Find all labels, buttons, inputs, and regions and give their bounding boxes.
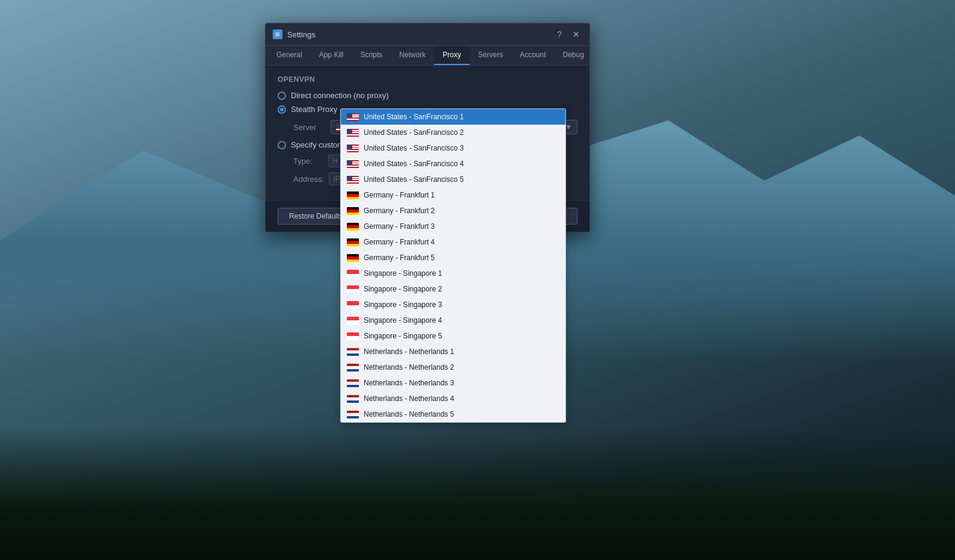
- stealth-proxy-radio[interactable]: [278, 105, 286, 114]
- dropdown-item-de4[interactable]: Germany - Frankfurt 4: [341, 234, 565, 250]
- stealth-proxy-label: Stealth Proxy: [291, 105, 337, 114]
- flag-nl2: [347, 364, 359, 372]
- flag-sg4: [347, 317, 359, 325]
- window-title: Settings: [287, 30, 316, 39]
- dropdown-label-sg2: Singapore - Singapore 2: [364, 285, 442, 293]
- flag-us3: [347, 145, 359, 152]
- dropdown-label-sg1: Singapore - Singapore 1: [364, 269, 442, 278]
- dropdown-label-nl5: Netherlands - Netherlands 5: [364, 410, 454, 418]
- flag-de3: [347, 223, 359, 231]
- tabs-bar: General App Kill Scripts Network Proxy S…: [266, 46, 589, 66]
- flag-us1: [347, 113, 359, 121]
- dropdown-label-de2: Germany - Frankfurt 2: [364, 207, 435, 215]
- close-button[interactable]: ✕: [570, 28, 582, 40]
- address-label: Address:: [293, 175, 324, 184]
- dropdown-label-sg4: Singapore - Singapore 4: [364, 316, 442, 325]
- dropdown-label-us5: United States - SanFrancisco 5: [364, 175, 464, 184]
- window-icon: ⊞: [273, 30, 282, 39]
- dropdown-item-nl2[interactable]: Netherlands - Netherlands 2: [341, 359, 565, 375]
- flag-sg2: [347, 285, 359, 293]
- flag-sg1: [347, 270, 359, 278]
- dropdown-item-us2[interactable]: United States - SanFrancisco 2: [341, 125, 565, 140]
- server-dropdown-list: United States - SanFrancisco 1 United St…: [340, 108, 566, 423]
- section-label: OpenVPN: [278, 75, 577, 84]
- dropdown-item-nl4[interactable]: Netherlands - Netherlands 4: [341, 391, 565, 406]
- dropdown-label-nl4: Netherlands - Netherlands 4: [364, 394, 454, 403]
- dropdown-item-sg4[interactable]: Singapore - Singapore 4: [341, 313, 565, 328]
- flag-sg5: [347, 332, 359, 340]
- dropdown-item-de5[interactable]: Germany - Frankfurt 5: [341, 250, 565, 266]
- title-bar: ⊞ Settings ? ✕: [266, 23, 589, 46]
- dropdown-item-de1[interactable]: Germany - Frankfurt 1: [341, 187, 565, 203]
- custom-proxy-radio[interactable]: [278, 141, 286, 149]
- flag-sg3: [347, 301, 359, 309]
- direct-connection-option[interactable]: Direct connection (no proxy): [278, 91, 577, 100]
- flag-nl4: [347, 395, 359, 403]
- tab-app-kill[interactable]: App Kill: [311, 46, 352, 65]
- flag-nl3: [347, 379, 359, 387]
- dropdown-label-de1: Germany - Frankfurt 1: [364, 191, 435, 199]
- dropdown-item-de2[interactable]: Germany - Frankfurt 2: [341, 203, 565, 219]
- dropdown-label-sg3: Singapore - Singapore 3: [364, 300, 442, 309]
- dropdown-item-nl3[interactable]: Netherlands - Netherlands 3: [341, 375, 565, 391]
- dropdown-label-us1: United States - SanFrancisco 1: [364, 113, 464, 121]
- dropdown-item-us1[interactable]: United States - SanFrancisco 1: [341, 109, 565, 125]
- flag-de5: [347, 254, 359, 262]
- direct-connection-radio[interactable]: [278, 92, 286, 100]
- dropdown-item-sg5[interactable]: Singapore - Singapore 5: [341, 328, 565, 344]
- dropdown-label-nl2: Netherlands - Netherlands 2: [364, 363, 454, 372]
- tab-debug[interactable]: Debug: [554, 46, 592, 65]
- trees-bg: [0, 428, 955, 560]
- dropdown-label-de3: Germany - Frankfurt 3: [364, 222, 435, 231]
- tab-servers[interactable]: Servers: [470, 46, 511, 65]
- dropdown-item-nl5[interactable]: Netherlands - Netherlands 5: [341, 406, 565, 422]
- dropdown-item-sg1[interactable]: Singapore - Singapore 1: [341, 266, 565, 281]
- dropdown-item-sg3[interactable]: Singapore - Singapore 3: [341, 297, 565, 313]
- tab-proxy[interactable]: Proxy: [434, 46, 470, 65]
- dropdown-item-nl1[interactable]: Netherlands - Netherlands 1: [341, 344, 565, 359]
- title-bar-left: ⊞ Settings: [273, 30, 316, 39]
- dropdown-label-nl1: Netherlands - Netherlands 1: [364, 347, 454, 356]
- flag-de1: [347, 191, 359, 199]
- type-label: Type:: [293, 157, 323, 166]
- flag-us5: [347, 176, 359, 184]
- help-button[interactable]: ?: [553, 28, 565, 40]
- direct-connection-label: Direct connection (no proxy): [291, 91, 389, 100]
- dropdown-label-sg5: Singapore - Singapore 5: [364, 332, 442, 340]
- dropdown-label-us3: United States - SanFrancisco 3: [364, 144, 464, 152]
- flag-us4: [347, 160, 359, 168]
- flag-de2: [347, 207, 359, 215]
- dropdown-label-de5: Germany - Frankfurt 5: [364, 254, 435, 262]
- dropdown-item-us3[interactable]: United States - SanFrancisco 3: [341, 140, 565, 156]
- title-controls: ? ✕: [553, 28, 582, 40]
- flag-us2: [347, 129, 359, 137]
- flag-de4: [347, 238, 359, 246]
- tab-general[interactable]: General: [268, 46, 311, 65]
- dropdown-label-nl3: Netherlands - Netherlands 3: [364, 379, 454, 387]
- dropdown-item-sg2[interactable]: Singapore - Singapore 2: [341, 281, 565, 297]
- tab-account[interactable]: Account: [511, 46, 554, 65]
- dropdown-item-de3[interactable]: Germany - Frankfurt 3: [341, 219, 565, 234]
- tab-scripts[interactable]: Scripts: [352, 46, 391, 65]
- flag-nl5: [347, 411, 359, 418]
- dropdown-label-us2: United States - SanFrancisco 2: [364, 128, 464, 137]
- dropdown-item-us4[interactable]: United States - SanFrancisco 4: [341, 156, 565, 172]
- tab-network[interactable]: Network: [391, 46, 434, 65]
- server-label: Server: [293, 123, 323, 132]
- dropdown-label-us4: United States - SanFrancisco 4: [364, 160, 464, 168]
- dropdown-label-de4: Germany - Frankfurt 4: [364, 238, 435, 246]
- dropdown-item-us5[interactable]: United States - SanFrancisco 5: [341, 172, 565, 187]
- flag-nl1: [347, 348, 359, 356]
